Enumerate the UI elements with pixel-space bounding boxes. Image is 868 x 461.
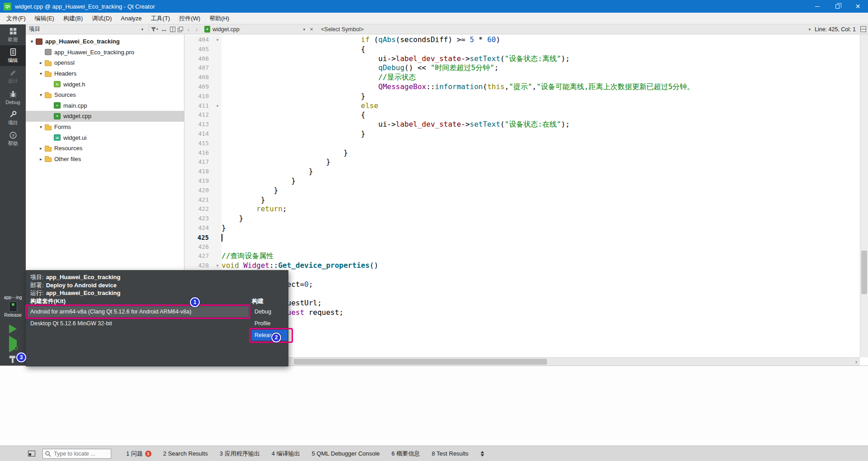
- code-text[interactable]: }: [222, 186, 278, 195]
- code-text[interactable]: if (qAbs(secondsDiff) >= 5 * 60): [222, 35, 500, 45]
- tree-item[interactable]: ▾app_Huawei_Eco_tracking: [26, 36, 184, 47]
- gutter-line-number[interactable]: 409: [184, 82, 213, 92]
- code-text[interactable]: {: [222, 45, 365, 54]
- locator-input[interactable]: [42, 449, 111, 459]
- horizontal-scrollbar-thumb[interactable]: [294, 359, 547, 365]
- code-text[interactable]: }: [222, 176, 296, 186]
- code-text[interactable]: //查询设备属性: [222, 252, 274, 261]
- mode-item-design[interactable]: 设计: [0, 66, 26, 87]
- tree-item[interactable]: +main.cpp: [26, 100, 184, 111]
- tree-item[interactable]: uiwidget.ui: [26, 132, 184, 143]
- mode-item-welcome[interactable]: 欢迎: [0, 24, 26, 45]
- tree-arrow-icon[interactable]: ▸: [38, 60, 44, 65]
- restore-button[interactable]: [827, 0, 848, 13]
- code-text[interactable]: {: [222, 110, 365, 120]
- kit-option[interactable]: Android for arm64-v8a (Clang Qt 5.12.6 f…: [28, 306, 249, 317]
- code-text[interactable]: }: [222, 214, 243, 223]
- output-pane-button-3[interactable]: 3 应用程序输出: [214, 446, 266, 461]
- gutter-line-number[interactable]: 421: [184, 195, 213, 205]
- tree-item[interactable]: ▾Headers: [26, 68, 184, 79]
- code-text[interactable]: }: [222, 223, 226, 233]
- split-icon[interactable]: [170, 27, 175, 32]
- code-text[interactable]: }: [222, 157, 330, 167]
- code-text[interactable]: ui->label_dev_state->setText("设备状态:离线");: [222, 54, 570, 64]
- gutter-line-number[interactable]: 426: [184, 242, 213, 252]
- output-pane-button-5[interactable]: 5 QML Debugger Console: [306, 446, 386, 461]
- tree-arrow-icon[interactable]: ▸: [38, 157, 44, 162]
- gutter-line-number[interactable]: 427: [184, 252, 213, 261]
- kit-selector-button[interactable]: Release: [0, 301, 26, 321]
- gutter-line-number[interactable]: 406: [184, 54, 213, 64]
- locator[interactable]: [42, 449, 111, 459]
- code-text[interactable]: QMessageBox::information(this,"提示","设备可能…: [222, 82, 694, 92]
- tree-arrow-icon[interactable]: ▾: [38, 124, 44, 129]
- vertical-scrollbar-thumb[interactable]: [861, 251, 867, 294]
- tree-arrow-icon[interactable]: ▸: [38, 146, 44, 151]
- tree-arrow-icon[interactable]: ▾: [38, 71, 44, 76]
- gutter-line-number[interactable]: 417: [184, 157, 213, 167]
- gutter-line-number[interactable]: 411: [184, 101, 213, 111]
- gutter-line-number[interactable]: 423: [184, 214, 213, 223]
- output-pane-button-2[interactable]: 2 Search Results: [157, 446, 214, 461]
- gutter-line-number[interactable]: 415: [184, 139, 213, 148]
- code-text[interactable]: }: [222, 167, 313, 176]
- mode-item-edit[interactable]: 编辑: [0, 45, 26, 66]
- gutter-line-number[interactable]: 418: [184, 167, 213, 176]
- gutter-line-number[interactable]: 410: [184, 92, 213, 101]
- gutter-line-number[interactable]: 413: [184, 120, 213, 129]
- vertical-scrollbar[interactable]: [860, 34, 868, 357]
- output-window-icon[interactable]: [28, 451, 35, 456]
- code-text[interactable]: }: [222, 195, 265, 205]
- tree-item[interactable]: hwidget.h: [26, 79, 184, 90]
- output-pane-button-1[interactable]: 1 问题2: [120, 446, 157, 461]
- mode-item-projects[interactable]: 项目: [0, 108, 26, 128]
- run-button[interactable]: [0, 321, 26, 337]
- split-editor-icon[interactable]: [860, 26, 866, 32]
- scroll-right-icon[interactable]: ›: [853, 358, 860, 366]
- menu-item-7[interactable]: 帮助(H): [205, 13, 234, 24]
- gutter-line-number[interactable]: 425: [184, 233, 213, 242]
- output-pane-button-4[interactable]: 4 编译输出: [266, 446, 306, 461]
- code-text[interactable]: return;: [222, 204, 287, 214]
- tree-arrow-icon[interactable]: ▾: [38, 92, 44, 97]
- tree-item[interactable]: ▾Forms: [26, 122, 184, 133]
- fold-marker-icon[interactable]: ▾: [213, 261, 222, 271]
- build-config-option[interactable]: Profile: [251, 318, 288, 329]
- gutter-line-number[interactable]: 422: [184, 204, 213, 214]
- pane-updown-icon[interactable]: [481, 451, 484, 456]
- tree-arrow-icon[interactable]: ▾: [28, 39, 35, 44]
- tree-item[interactable]: ▸Other files: [26, 154, 184, 165]
- gutter-line-number[interactable]: 404: [184, 35, 213, 45]
- forward-icon[interactable]: ›: [193, 26, 201, 33]
- mode-item-debug[interactable]: Debug: [0, 87, 26, 108]
- code-text[interactable]: //显示状态: [222, 73, 416, 82]
- tree-item[interactable]: ▾Sources: [26, 90, 184, 100]
- gutter-line-number[interactable]: 405: [184, 45, 213, 54]
- sync-editor-icon[interactable]: ↔: [160, 25, 168, 33]
- build-config-option[interactable]: Release: [251, 330, 288, 341]
- build-config-option[interactable]: Debug: [251, 306, 288, 317]
- code-text[interactable]: qDebug() << "时间差超过5分钟";: [222, 63, 499, 73]
- menu-item-0[interactable]: 文件(F): [2, 13, 30, 24]
- kit-option[interactable]: Desktop Qt 5.12.6 MinGW 32-bit: [28, 318, 249, 329]
- code-text[interactable]: else: [222, 101, 378, 111]
- filter-icon[interactable]: ▾: [151, 27, 158, 32]
- menu-item-6[interactable]: 控件(W): [175, 13, 205, 24]
- tree-item[interactable]: app_Huawei_Eco_tracking.pro: [26, 47, 184, 58]
- mode-item-help[interactable]: ?帮助: [0, 128, 26, 149]
- minimize-button[interactable]: [807, 0, 827, 13]
- tree-item[interactable]: +widget.cpp: [26, 111, 184, 122]
- symbol-selector[interactable]: <Select Symbol>: [321, 26, 364, 33]
- gutter-line-number[interactable]: 408: [184, 73, 213, 82]
- gutter-line-number[interactable]: 407: [184, 63, 213, 73]
- menu-item-2[interactable]: 构建(B): [59, 13, 87, 24]
- tree-item[interactable]: ▸openssl: [26, 57, 184, 68]
- gutter-line-number[interactable]: 419: [184, 176, 213, 186]
- fold-marker-icon[interactable]: ▾: [213, 101, 222, 111]
- output-pane-button-6[interactable]: 6 概要信息: [386, 446, 426, 461]
- menu-item-3[interactable]: 调试(D): [87, 13, 116, 24]
- gutter-line-number[interactable]: 424: [184, 223, 213, 233]
- menu-item-4[interactable]: Analyze: [116, 13, 146, 24]
- code-text[interactable]: }: [222, 92, 365, 101]
- menu-item-5[interactable]: 工具(T): [146, 13, 175, 24]
